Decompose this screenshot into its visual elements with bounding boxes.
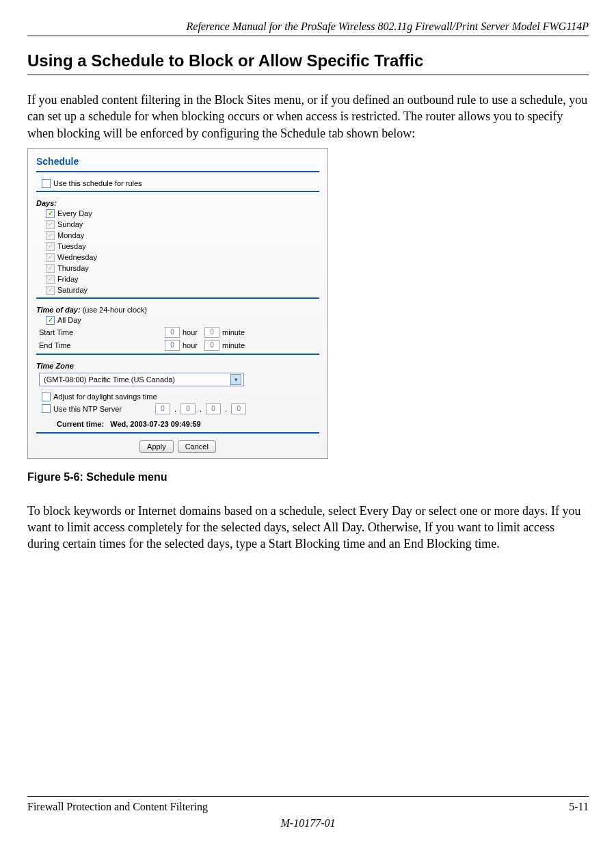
cancel-button[interactable]: Cancel xyxy=(178,440,216,453)
intro-paragraph: If you enabled content filtering in the … xyxy=(27,92,589,142)
schedule-screenshot: Schedule ✓ Use this schedule for rules D… xyxy=(27,148,328,459)
rule-blue-1 xyxy=(36,171,319,172)
day-label: Thursday xyxy=(57,264,89,272)
rule-under-title xyxy=(27,75,589,75)
day-row-everyday: ✓ Every Day xyxy=(46,209,319,218)
end-time-label: End Time xyxy=(39,341,162,349)
start-time-label: Start Time xyxy=(39,328,162,336)
day-label: Friday xyxy=(57,275,79,283)
use-schedule-label: Use this schedule for rules xyxy=(53,179,142,187)
current-time-value: Wed, 2003-07-23 09:49:59 xyxy=(110,420,201,428)
hour-unit: hour xyxy=(183,328,198,336)
rule-blue-3 xyxy=(36,297,319,299)
days-group-title: Days: xyxy=(36,199,319,207)
use-schedule-checkbox[interactable]: ✓ xyxy=(42,179,51,188)
document-number: M-10177-01 xyxy=(27,817,589,829)
chevron-down-icon: ▾ xyxy=(230,374,241,385)
day-row-friday: ✓ Friday xyxy=(46,275,319,284)
end-minute-input[interactable] xyxy=(204,340,219,351)
minute-unit: minute xyxy=(222,341,245,349)
dot-icon: . xyxy=(174,405,176,413)
allday-label: All Day xyxy=(57,316,81,324)
checkbox-monday[interactable]: ✓ xyxy=(46,231,55,240)
footer-section-title: Firewall Protection and Content Filterin… xyxy=(27,801,208,813)
timezone-group-title: Time Zone xyxy=(36,362,319,370)
checkbox-sunday[interactable]: ✓ xyxy=(46,220,55,229)
timeofday-label: Time of day: xyxy=(36,306,81,314)
checkbox-ntp[interactable]: ✓ xyxy=(42,404,51,413)
dst-label: Adjust for daylight savings time xyxy=(53,393,157,401)
checkbox-tuesday[interactable]: ✓ xyxy=(46,242,55,251)
ntp-ip-2[interactable] xyxy=(180,403,196,414)
checkbox-friday[interactable]: ✓ xyxy=(46,275,55,284)
use-schedule-row: ✓ Use this schedule for rules xyxy=(42,179,319,188)
figure-caption: Figure 5-6: Schedule menu xyxy=(27,471,589,483)
start-minute-input[interactable] xyxy=(204,327,219,338)
ntp-ip-3[interactable] xyxy=(206,403,221,414)
end-time-row: End Time hour minute xyxy=(39,340,319,351)
dot-icon: . xyxy=(225,405,227,413)
day-row-wednesday: ✓ Wednesday xyxy=(46,253,319,262)
day-row-tuesday: ✓ Tuesday xyxy=(46,242,319,251)
day-row-saturday: ✓ Saturday xyxy=(46,286,319,295)
ntp-row: ✓ Use this NTP Server . . . xyxy=(42,403,319,414)
allday-row: ✓ All Day xyxy=(46,316,319,325)
current-time-row: Current time: Wed, 2003-07-23 09:49:59 xyxy=(57,420,319,428)
button-bar: Apply Cancel xyxy=(36,440,319,453)
timeofday-note: (use 24-hour clock) xyxy=(81,306,147,314)
apply-button[interactable]: Apply xyxy=(139,440,174,453)
page-footer: Firewall Protection and Content Filterin… xyxy=(27,796,589,829)
checkbox-saturday[interactable]: ✓ xyxy=(46,286,55,295)
day-row-monday: ✓ Monday xyxy=(46,231,319,240)
checkbox-wednesday[interactable]: ✓ xyxy=(46,253,55,262)
day-label: Every Day xyxy=(57,209,92,217)
running-header: Reference Manual for the ProSafe Wireles… xyxy=(27,21,589,33)
page-number: 5-11 xyxy=(569,801,589,813)
day-label: Saturday xyxy=(57,286,88,294)
day-row-thursday: ✓ Thursday xyxy=(46,264,319,273)
day-row-sunday: ✓ Sunday xyxy=(46,220,319,229)
rule-blue-2 xyxy=(36,191,319,192)
dot-icon: . xyxy=(200,405,202,413)
timeofday-group-title: Time of day: (use 24-hour clock) xyxy=(36,306,319,314)
rule-blue-4 xyxy=(36,354,319,355)
start-hour-input[interactable] xyxy=(165,327,180,338)
day-label: Monday xyxy=(57,231,84,239)
timezone-value: (GMT-08:00) Pacific Time (US Canada) xyxy=(44,375,175,384)
end-hour-input[interactable] xyxy=(165,340,180,351)
start-time-row: Start Time hour minute xyxy=(39,327,319,338)
day-label: Wednesday xyxy=(57,253,97,261)
ntp-ip-1[interactable] xyxy=(155,403,170,414)
rule-footer xyxy=(27,796,589,797)
section-title: Using a Schedule to Block or Allow Speci… xyxy=(27,51,589,70)
timezone-select[interactable]: (GMT-08:00) Pacific Time (US Canada) ▾ xyxy=(39,373,244,386)
ntp-label: Use this NTP Server xyxy=(53,405,152,413)
checkbox-thursday[interactable]: ✓ xyxy=(46,264,55,273)
current-time-label: Current time: xyxy=(57,420,104,428)
schedule-heading: Schedule xyxy=(36,156,319,167)
rule-blue-5 xyxy=(36,432,319,434)
checkbox-dst[interactable]: ✓ xyxy=(42,393,51,401)
rule-top xyxy=(27,36,589,36)
followup-paragraph: To block keywords or Internet domains ba… xyxy=(27,503,589,553)
checkbox-everyday[interactable]: ✓ xyxy=(46,209,55,218)
ntp-ip-4[interactable] xyxy=(231,403,246,414)
day-label: Sunday xyxy=(57,220,83,228)
day-label: Tuesday xyxy=(57,242,86,250)
dst-row: ✓ Adjust for daylight savings time xyxy=(42,393,319,401)
checkbox-allday[interactable]: ✓ xyxy=(46,316,55,325)
hour-unit: hour xyxy=(183,341,198,349)
minute-unit: minute xyxy=(222,328,245,336)
